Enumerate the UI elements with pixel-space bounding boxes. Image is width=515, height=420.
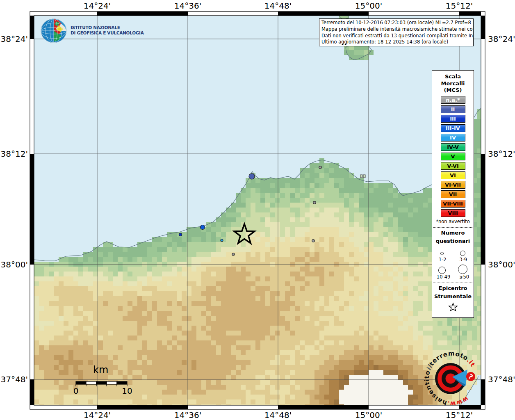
legend-box: Scala Mercalli (MCS) n.a.*IIIIIIII-IVIVI… xyxy=(432,70,474,318)
axis-label-bottom-5: 15°12' xyxy=(446,410,473,420)
count-label-3-9: 3-9 xyxy=(459,257,467,262)
axis-label-bottom-3: 14°48' xyxy=(264,410,292,420)
axis-label-left-4: 37°48' xyxy=(0,374,28,384)
epicenter-title-line1: Epicentro xyxy=(432,284,474,292)
epicenter-legend-title: Epicentro Strumentale xyxy=(432,284,474,301)
mercalli-swatch-vvi: V-VI xyxy=(441,162,465,170)
info-line-map: Mappa preliminare delle intensità macros… xyxy=(321,26,471,33)
mercalli-swatch-na: n.a.* xyxy=(441,96,465,104)
questionnaire-title-line1: Numero xyxy=(432,229,474,237)
axis-label-top-5: 15°12' xyxy=(446,1,473,11)
axis-label-right-1: 38°24' xyxy=(488,34,515,44)
count-label-50plus: ⩾50 xyxy=(459,274,469,280)
axis-label-top-4: 15°00' xyxy=(355,1,382,11)
mercalli-swatch-v: V xyxy=(441,153,465,160)
count-circle-10-49 xyxy=(438,267,446,274)
mercalli-swatch-viii: VIII xyxy=(441,209,465,217)
legend-title: Scala Mercalli (MCS) xyxy=(432,73,474,94)
count-label-10-49: 10-49 xyxy=(437,274,450,280)
axis-label-left-1: 38°24' xyxy=(0,34,28,44)
count-circle-50plus xyxy=(458,265,467,274)
info-line-event: Terremoto del 10-12-2016 07:23:03 (ora l… xyxy=(321,20,471,26)
macroseismic-map-page: 14°24' 14°36' 14°48' 15°00' 15°12' 14°24… xyxy=(0,0,515,420)
count-circle-1-2 xyxy=(440,252,444,255)
scalebar-unit-label: km xyxy=(93,364,108,376)
ingv-logo-line1: ISTITUTO NAZIONALE xyxy=(71,25,144,30)
bullseye-center-dot xyxy=(446,374,456,384)
mercalli-swatch-iiiiv: III-IV xyxy=(441,124,465,132)
legend-footnote: *non avvertito xyxy=(432,219,474,224)
scalebar-start-label: 0 xyxy=(73,386,79,396)
axis-label-right-3: 38°00' xyxy=(488,260,515,269)
axis-label-bottom-2: 14°36' xyxy=(174,410,201,420)
info-line-data: Dati non verificati estratti da 13 quest… xyxy=(321,33,471,39)
axis-label-left-3: 38°00' xyxy=(0,260,28,269)
mercalli-swatch-vii: VII xyxy=(441,190,465,198)
earthquake-info-box: Terremoto del 10-12-2016 07:23:03 (ora l… xyxy=(319,18,474,46)
info-line-updated: Ultimo aggiornamento: 18-12-2025 14:38 (… xyxy=(321,39,471,46)
axis-label-bottom-1: 14°24' xyxy=(84,410,111,420)
ingv-logo-text: ISTITUTO NAZIONALE DI GEOFISICA E VULCAN… xyxy=(71,25,144,36)
legend-separator-2 xyxy=(433,283,472,283)
ingv-logo-line2: DI GEOFISICA E VULCANOLOGIA xyxy=(71,30,144,36)
scalebar-end-label: 10 xyxy=(122,386,132,396)
mercalli-swatch-ivv: IV-V xyxy=(441,143,465,151)
legend-title-line2: Mercalli xyxy=(432,80,474,87)
ingv-globe-icon xyxy=(40,18,67,43)
epicenter-star-icon xyxy=(432,302,474,313)
questionnaire-count-title: Numero questionari xyxy=(432,229,474,245)
legend-title-line3: (MCS) xyxy=(432,87,474,94)
mercalli-swatch-iii: III xyxy=(441,115,465,123)
axis-label-bottom-4: 15°00' xyxy=(355,410,382,420)
mercalli-swatch-viiviii: VII-VIII xyxy=(441,200,465,208)
legend-title-line1: Scala xyxy=(432,73,474,80)
mercalli-swatch-vivii: VI-VII xyxy=(441,181,465,189)
mercalli-swatch-ii: II xyxy=(441,105,465,113)
axis-label-right-4: 37°48' xyxy=(488,374,515,384)
mercalli-swatch-iv: IV xyxy=(441,134,465,142)
mercalli-swatch-vi: VI xyxy=(441,171,465,179)
count-label-1-2: 1-2 xyxy=(439,257,447,262)
axis-label-top-1: 14°24' xyxy=(84,1,111,11)
axis-label-right-2: 38°12' xyxy=(488,149,515,159)
count-circle-3-9 xyxy=(460,251,465,256)
epicenter-title-line2: Strumentale xyxy=(432,292,474,301)
axis-label-left-2: 38°12' xyxy=(0,149,28,159)
axis-label-top-3: 14°48' xyxy=(264,1,292,11)
axis-label-top-2: 14°36' xyxy=(174,1,201,11)
mercalli-scale-swatches: n.a.*IIIIIIII-IVIVIV-VVV-VIVIVI-VIIVIIVI… xyxy=(432,96,474,217)
questionnaire-title-line2: questionari xyxy=(432,237,474,245)
legend-separator-1 xyxy=(433,227,472,228)
haisentitoilterremoto-logo[interactable]: ? www.haisentitoilterremoto.it xyxy=(421,347,481,411)
